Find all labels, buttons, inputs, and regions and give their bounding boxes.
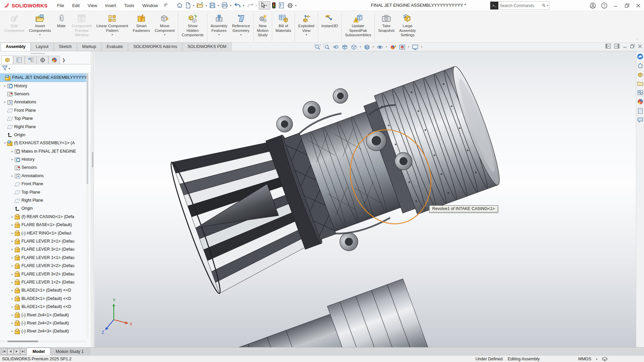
select-caret[interactable]: ▾ [266,4,267,7]
tab-assembly[interactable]: Assembly [1,43,31,51]
new-document-icon[interactable] [185,2,192,9]
options-icon[interactable] [278,2,285,9]
featuremanager-tree-icon[interactable] [1,55,13,64]
scrollbar-thumb[interactable] [7,341,38,342]
menu-item[interactable]: View [84,2,100,9]
display-style-icon[interactable] [363,44,371,51]
panel-tabs-expand-icon[interactable]: ❯ [60,56,67,64]
menu-item[interactable]: Insert [102,2,119,9]
view-palette-icon[interactable] [637,89,644,96]
splitter-handle[interactable] [92,152,93,167]
tree-item[interactable]: Right Plane [0,196,87,204]
threedexperience-icon[interactable] [637,53,644,60]
ribbon-smart-fasteners[interactable]: SmartFasteners [131,12,152,33]
tree-item[interactable]: ▸ FLARE LEVER 2<2> (Defau [0,262,87,270]
collapse-pane-right-icon[interactable] [614,44,620,49]
design-library-icon[interactable] [637,71,644,78]
previous-view-icon[interactable] [332,44,340,51]
hide-show-items-caret[interactable]: ▾ [386,46,387,48]
tree-item[interactable]: ▸ FLARE LEVER 2<1> (Defau [0,237,87,245]
redo-caret[interactable]: ▾ [256,4,257,7]
dropdown-caret[interactable]: ▾ [306,33,307,36]
dropdown-caret[interactable]: ▾ [240,33,242,36]
nav-prev-icon[interactable] [7,349,13,355]
expand-arrow[interactable]: ▸ [3,100,7,104]
custom-properties-icon[interactable] [637,107,644,114]
filter-caret[interactable]: ▾ [9,67,10,70]
open-caret[interactable]: ▾ [205,4,207,7]
ribbon-exploded-view[interactable]: ExplodedView ▾ [296,12,317,36]
doc-minimize-button[interactable] [623,44,627,48]
tree-item[interactable]: Origin [0,131,87,139]
tree-item[interactable]: ▸ Mates in FINAL JET ENGINE [0,147,87,155]
dimxpertmanager-icon[interactable] [37,56,48,64]
ribbon-component-preview-window[interactable]: ComponentPreviewWindow [69,12,94,38]
status-units-selector[interactable]: MMGS ▴ [578,357,607,361]
expand-arrow[interactable]: ▸ [10,313,14,317]
search-commands-box[interactable]: >_ 🔍︎ ▾ [490,1,550,10]
tree-item[interactable]: ▸ (-) Rivet 2x4<3> (Default) [0,327,87,335]
tree-item[interactable]: Top Plane [0,188,87,196]
expand-arrow[interactable]: ▸ [10,231,14,235]
tree-item[interactable]: ▸ (-) HEAT RING<1> (Defaul [0,229,87,237]
save-caret[interactable]: ▾ [217,4,219,7]
tree-item[interactable]: Sensors [0,163,87,171]
tree-horizontal-scrollbar[interactable] [0,340,87,343]
tree-item[interactable]: ▸ FLARE LEVER 1<2> (Defau [0,278,87,286]
appearances-scenes-icon[interactable] [637,98,644,105]
view-settings-icon[interactable] [411,44,419,51]
doc-restore-button[interactable] [630,44,635,48]
expand-arrow[interactable]: ▸ [10,215,14,218]
expand-arrow[interactable]: ▸ [10,223,14,226]
tree-item[interactable]: FINAL JET ENGINE ASSEMBLYYYYYYYYYYY [0,73,87,82]
ribbon-move-component[interactable]: MoveComponent ▾ [152,12,177,36]
dropdown-caret[interactable]: ▾ [218,33,220,36]
print-caret[interactable]: ▾ [230,4,231,7]
ribbon-collapse-chevron[interactable]: ︿ [636,36,639,41]
propertymanager-icon[interactable] [13,56,25,64]
menu-item[interactable]: File [54,2,67,9]
undo-icon[interactable] [233,2,242,9]
tab-sketch[interactable]: Sketch [54,43,77,51]
ribbon-reference-geometry[interactable]: ReferenceGeometry ▾ [230,12,252,36]
ribbon-linear-component-pattern[interactable]: Linear ComponentPattern ▾ [94,12,131,36]
restore-button[interactable] [621,0,633,11]
tag-icon[interactable] [602,357,607,361]
view-orientation-icon[interactable] [350,44,358,51]
tab-solidworks-pdm[interactable]: SOLIDWORKS PDM [183,43,232,51]
tree-item[interactable]: ▸ BLADE1<1> (Default) <<D [0,303,87,311]
ribbon-insert-components[interactable]: InsertComponents ▾ [27,12,53,36]
settings-caret[interactable]: ▾ [295,4,297,7]
expand-arrow[interactable]: ▸ [10,240,14,243]
tree-item[interactable]: ▸ BLADE2<1> (Default) <<D [0,286,87,294]
help-icon[interactable]: ? [598,0,610,11]
tab-solidworks-add-ins[interactable]: SOLIDWORKS Add-Ins [128,43,182,51]
tree-vertical-scrollbar[interactable] [86,73,89,339]
scrollbar-thumb[interactable] [87,73,88,184]
section-view-icon[interactable] [341,44,349,51]
pin-icon[interactable] [163,2,168,9]
tree-item[interactable]: ▸ BLADE3<1> (Default) <<D [0,295,87,303]
menu-item[interactable]: Edit [69,2,83,9]
ribbon-update-speedpak[interactable]: ! UpdateSpeedPakSubassemblies [343,12,374,38]
tree-item[interactable]: Right Plane [0,122,87,131]
menu-item[interactable]: Tools [121,2,138,9]
expand-arrow[interactable]: ▸ [10,329,14,333]
close-button[interactable] [633,0,644,11]
open-icon[interactable] [196,2,204,9]
tree-item[interactable]: ▸ FLARE BASE<1> (Default) [0,221,87,229]
panel-splitter[interactable] [92,51,94,347]
select-cursor-icon[interactable]: ▾ [259,1,270,9]
tree-item[interactable]: ▾ (f) EXHAUST ASSEMBLY<1> (A [0,139,87,147]
tab-evaluate[interactable]: Evaluate [102,43,128,51]
ribbon-edit-component[interactable]: EditComponent [2,12,27,33]
ribbon-large-assembly-settings[interactable]: LargeAssemblySettings [397,12,418,38]
tab-markup[interactable]: Markup [77,43,101,51]
ribbon-show-hidden-components[interactable]: ShowHiddenComponents [179,12,206,38]
minimize-button[interactable] [610,0,621,11]
units-caret[interactable]: ▴ [596,357,597,360]
expand-arrow[interactable]: ▸ [10,158,14,161]
account-icon[interactable] [587,0,598,11]
hide-show-items-icon[interactable] [376,44,384,51]
expand-arrow[interactable]: ▸ [10,321,14,325]
